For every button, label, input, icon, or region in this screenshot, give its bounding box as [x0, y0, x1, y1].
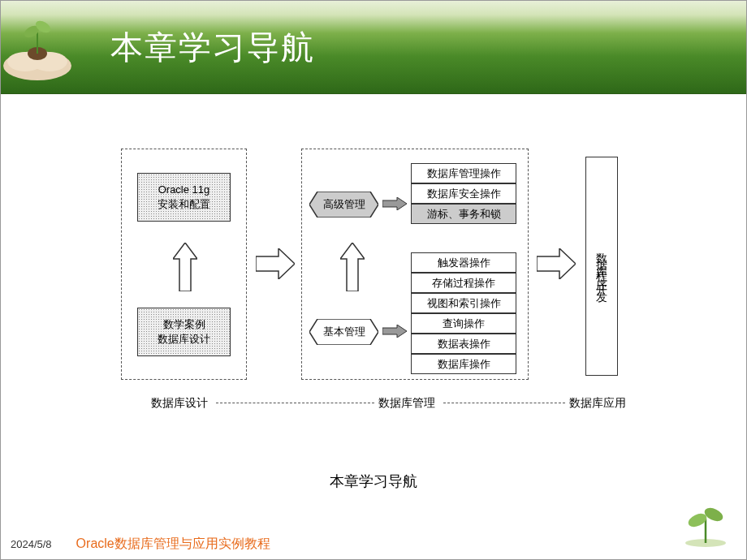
svg-marker-13: [382, 325, 407, 338]
box-label: 数学案例 数据库设计: [158, 317, 210, 347]
item-cursor-tx-lock: 游标、事务和锁: [411, 204, 516, 224]
hexagon-basic: 基本管理: [309, 319, 378, 345]
item-query: 查询操作: [411, 313, 516, 334]
box-app-dev: 数据库程序开发: [585, 157, 618, 376]
footer-date: 2024/5/8: [11, 538, 52, 550]
slide-footer: 2024/5/8 Oracle数据库管理与应用实例教程: [11, 536, 270, 553]
box-case-design: 数学案例 数据库设计: [137, 308, 231, 356]
item-db-mgmt-op: 数据库管理操作: [411, 163, 516, 183]
arrow-right-icon: [256, 248, 295, 279]
stage-label-mgmt: 数据库管理: [378, 396, 435, 411]
sprout-icon: [681, 502, 730, 547]
svg-marker-9: [340, 243, 365, 291]
stage-label-app: 数据库应用: [569, 396, 626, 411]
hands-sprout-icon: [1, 9, 78, 82]
box-oracle-install: Oracle 11g 安装和配置: [137, 173, 231, 222]
item-trigger: 触发器操作: [411, 252, 516, 273]
box-label: Oracle 11g 安装和配置: [158, 183, 210, 212]
diagram: Oracle 11g 安装和配置 数学案例 数据库设计 高级管理 基本管理 数据…: [98, 131, 650, 423]
hex-label: 高级管理: [323, 197, 365, 212]
dash-connector: [443, 403, 565, 403]
arrow-right-small-icon: [382, 325, 407, 338]
arrow-up-icon: [340, 243, 365, 291]
slide-title: 本章学习导航: [110, 25, 315, 70]
item-table: 数据表操作: [411, 334, 516, 354]
slide-header: 本章学习导航: [1, 1, 746, 94]
footer-book-title: Oracle数据库管理与应用实例教程: [76, 536, 270, 553]
item-stored-proc: 存储过程操作: [411, 273, 516, 293]
arrow-right-icon: [537, 248, 576, 279]
slide: 本章学习导航 Oracle 11g 安装和配置 数学案例 数据库设计 高级管理 …: [0, 0, 747, 560]
item-db-security: 数据库安全操作: [411, 183, 516, 204]
item-database: 数据库操作: [411, 354, 516, 374]
hexagon-advanced: 高级管理: [309, 192, 378, 218]
svg-marker-12: [382, 197, 407, 210]
item-view-index: 视图和索引操作: [411, 293, 516, 313]
header-decoration: [1, 1, 82, 94]
stage-label-design: 数据库设计: [151, 396, 208, 411]
dash-connector: [216, 403, 374, 403]
arrow-right-small-icon: [382, 197, 407, 210]
diagram-caption: 本章学习导航: [1, 472, 746, 491]
svg-marker-11: [537, 248, 576, 279]
hex-label: 基本管理: [323, 325, 365, 339]
arrow-up-icon: [173, 243, 197, 291]
svg-marker-10: [256, 248, 295, 279]
svg-marker-8: [173, 243, 197, 291]
